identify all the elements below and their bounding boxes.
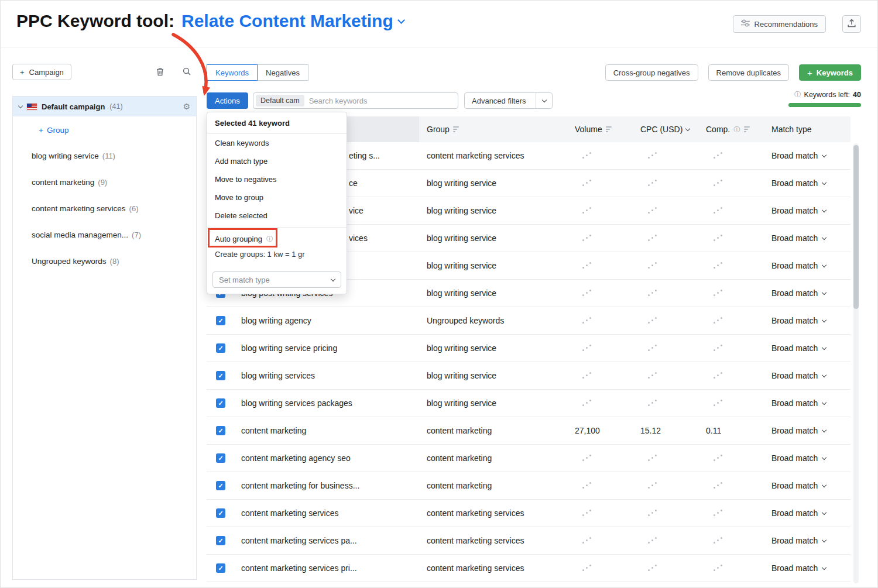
match-type-dropdown[interactable]: Broad match bbox=[764, 261, 846, 270]
na-dots-icon bbox=[582, 345, 591, 351]
chevron-down-icon bbox=[822, 510, 826, 514]
keyword-cell: content marketing services pa... bbox=[235, 536, 419, 545]
cpc-cell bbox=[633, 453, 698, 463]
add-campaign-button[interactable]: Campaign bbox=[12, 64, 71, 80]
header-volume[interactable]: Volume bbox=[567, 125, 633, 134]
sidebar-group-item[interactable]: Ungrouped keywords(8) bbox=[13, 248, 196, 274]
checkbox-checked-icon[interactable] bbox=[216, 481, 225, 490]
table-row[interactable]: content marketing for business...content… bbox=[207, 472, 850, 500]
table-row[interactable]: blog writing service pricingblog writing… bbox=[207, 335, 850, 362]
tab-keywords[interactable]: Keywords bbox=[207, 64, 258, 81]
match-type-dropdown[interactable]: Broad match bbox=[764, 508, 846, 518]
menu-item[interactable]: Add match type bbox=[207, 152, 347, 170]
cpc-cell bbox=[633, 288, 698, 298]
actions-menu-items: Clean keywordsAdd match typeMove to nega… bbox=[207, 134, 347, 225]
keyword-search-box[interactable]: Default cam bbox=[253, 92, 458, 109]
checkbox-checked-icon[interactable] bbox=[216, 398, 225, 408]
menu-item-auto-grouping[interactable]: Auto grouping bbox=[207, 230, 347, 248]
set-match-type-label: Set match type bbox=[219, 276, 270, 284]
header-match-type: Match type bbox=[764, 125, 846, 134]
match-type-dropdown[interactable]: Broad match bbox=[764, 233, 846, 243]
group-cell: blog writing service bbox=[419, 398, 567, 408]
match-type-dropdown[interactable]: Broad match bbox=[764, 288, 846, 298]
set-match-type-select[interactable]: Set match type bbox=[212, 271, 341, 288]
match-type-dropdown[interactable]: Broad match bbox=[764, 453, 846, 463]
cpc-cell bbox=[633, 233, 698, 243]
actions-menu-header: Selected 41 keyword bbox=[207, 112, 347, 134]
sidebar-group-item[interactable]: social media managemen...(7) bbox=[13, 222, 196, 248]
table-row[interactable]: content marketing services pa...content … bbox=[207, 527, 850, 555]
table-row[interactable]: blog writing agencyUngrouped keywordsBro… bbox=[207, 307, 850, 335]
match-type-dropdown[interactable]: Broad match bbox=[764, 316, 846, 325]
actions-button[interactable]: Actions bbox=[207, 92, 248, 109]
remove-duplicates-button[interactable]: Remove duplicates bbox=[708, 64, 790, 81]
sidebar-group-item[interactable]: content marketing services(6) bbox=[13, 195, 196, 222]
table-scrollbar-track bbox=[853, 143, 859, 583]
comp-cell bbox=[698, 288, 764, 298]
tab-negatives[interactable]: Negatives bbox=[257, 64, 308, 81]
checkbox-checked-icon[interactable] bbox=[216, 536, 225, 545]
menu-item[interactable]: Clean keywords bbox=[207, 134, 347, 152]
checkbox-checked-icon[interactable] bbox=[216, 563, 225, 573]
menu-item[interactable]: Move to negatives bbox=[207, 170, 347, 188]
table-row[interactable]: content marketingcontent marketing27,100… bbox=[207, 417, 850, 445]
campaign-row-default[interactable]: Default campaign (41) bbox=[13, 97, 196, 116]
sidebar-group-item[interactable]: content marketing(9) bbox=[13, 169, 196, 195]
match-type-dropdown[interactable]: Broad match bbox=[764, 343, 846, 353]
match-type-value: Broad match bbox=[771, 426, 818, 435]
add-group-label: Group bbox=[47, 126, 69, 135]
header-group[interactable]: Group bbox=[419, 125, 567, 134]
match-type-dropdown[interactable]: Broad match bbox=[764, 481, 846, 490]
table-row[interactable]: blog writing servicesblog writing servic… bbox=[207, 362, 850, 390]
row-checkbox-cell bbox=[207, 563, 235, 573]
search-campaign-tag[interactable]: Default cam bbox=[256, 95, 304, 106]
match-type-dropdown[interactable]: Broad match bbox=[764, 151, 846, 160]
table-row[interactable]: blog writing services packagesblog writi… bbox=[207, 390, 850, 417]
add-keywords-button[interactable]: Keywords bbox=[799, 64, 861, 81]
sidebar-group-item[interactable]: blog writing service(11) bbox=[13, 143, 196, 169]
plus-icon bbox=[39, 126, 43, 135]
match-type-dropdown[interactable]: Broad match bbox=[764, 563, 846, 573]
search-input[interactable] bbox=[309, 97, 455, 105]
na-dots-icon bbox=[582, 317, 591, 324]
match-type-dropdown[interactable]: Broad match bbox=[764, 536, 846, 545]
header-cpc[interactable]: CPC (USD) bbox=[633, 125, 698, 134]
match-type-dropdown[interactable]: Broad match bbox=[764, 426, 846, 435]
match-type-dropdown[interactable]: Broad match bbox=[764, 371, 846, 380]
sidebar-search-button[interactable] bbox=[183, 67, 191, 77]
checkbox-checked-icon[interactable] bbox=[216, 426, 225, 435]
advanced-filters-button[interactable]: Advanced filters bbox=[464, 92, 553, 109]
table-row[interactable]: content marketing agency seocontent mark… bbox=[207, 445, 850, 472]
match-type-dropdown[interactable]: Broad match bbox=[764, 178, 846, 188]
header: PPC Keyword tool: Relate Content Marketi… bbox=[1, 1, 877, 47]
group-name: content marketing services bbox=[32, 204, 126, 213]
checkbox-checked-icon[interactable] bbox=[216, 343, 225, 353]
na-dots-icon bbox=[582, 400, 591, 406]
info-icon bbox=[733, 125, 740, 134]
checkbox-checked-icon[interactable] bbox=[216, 371, 225, 380]
menu-item[interactable]: Delete selected bbox=[207, 207, 347, 225]
chevron-down-icon bbox=[822, 400, 826, 404]
export-button[interactable] bbox=[842, 15, 861, 33]
row-checkbox-cell bbox=[207, 316, 235, 325]
table-row[interactable]: content marketing services pri...content… bbox=[207, 555, 850, 582]
checkbox-checked-icon[interactable] bbox=[216, 453, 225, 463]
campaign-selector-name: Relate Content Marketing bbox=[181, 11, 393, 31]
add-group-button[interactable]: Group bbox=[39, 126, 68, 135]
recommendations-button[interactable]: Recommendations bbox=[733, 15, 826, 33]
table-scrollbar-thumb[interactable] bbox=[853, 145, 859, 309]
table-row[interactable]: content marketing servicescontent market… bbox=[207, 500, 850, 527]
checkbox-checked-icon[interactable] bbox=[216, 508, 225, 518]
cross-group-negatives-button[interactable]: Cross-group negatives bbox=[605, 64, 698, 81]
match-type-dropdown[interactable]: Broad match bbox=[764, 398, 846, 408]
gear-icon[interactable] bbox=[183, 102, 190, 111]
campaign-selector[interactable]: Relate Content Marketing bbox=[181, 11, 404, 31]
match-type-value: Broad match bbox=[771, 343, 818, 353]
menu-item[interactable]: Move to group bbox=[207, 188, 347, 207]
header-comp[interactable]: Comp. bbox=[698, 125, 764, 134]
delete-campaign-button[interactable] bbox=[156, 67, 164, 78]
match-type-dropdown[interactable]: Broad match bbox=[764, 206, 846, 215]
na-dots-icon bbox=[582, 482, 591, 489]
match-type-value: Broad match bbox=[771, 453, 818, 463]
checkbox-checked-icon[interactable] bbox=[216, 316, 225, 325]
